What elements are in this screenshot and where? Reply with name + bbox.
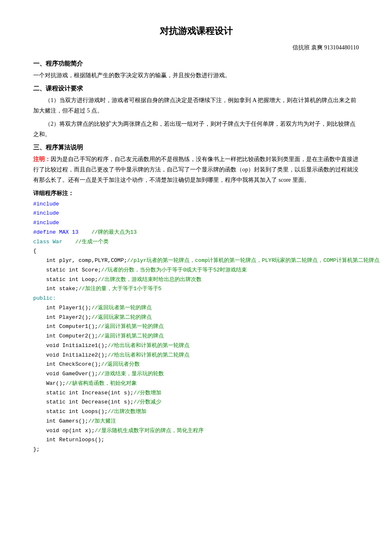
code-block: #include #include #include #define MAX 1… [33,200,359,455]
code-line-17: void Initialize2();//给出玩者和计算机的第二轮牌点 [33,351,359,360]
section-1: 一、程序功能简介 一个对抗游戏，根据随机产生的数字决定双方的输赢，并且按分数进行… [33,60,359,81]
code-line-10: int stake;//加注的量，大于等于1小于等于5 [33,284,359,294]
author-line: 信抗班 袁爽 913104480110 [33,44,359,51]
code-line-20: War();//缺省构造函数，初始化对象 [33,379,359,389]
code-line-7: int plyr, comp,PLYR,COMP;//plyr玩者的第一轮牌点，… [33,256,359,266]
code-line-2: #include [33,209,359,218]
code-line-23: static int Loops();//出牌次数增加 [33,407,359,417]
section-2-para-1: （1）当双方进行游戏时，游戏者可根据自身的牌点决定是否继续下注，例如拿到 A 把… [33,95,359,116]
code-line-14: int Computer1();//返回计算机第一轮的牌点 [33,322,359,332]
section-3: 三、程序算法说明 注明：因为是自己手写的程序，自己友元函数用的不是很熟练，没有像… [33,144,359,186]
section-1-heading: 一、程序功能简介 [33,60,359,68]
code-line-13: int Player2();//返回玩家第二轮的牌点 [33,313,359,323]
code-line-5: class War //生成一个类 [33,237,359,247]
section-3-note: 注明：因为是自己手写的程序，自己友元函数用的不是很熟练，没有像书上一样把比较函数… [33,154,359,186]
code-line-3: #include [33,218,359,228]
code-line-4: #define MAX 13 //牌的最大点为13 [33,228,359,237]
section-2-heading: 二、课程设计要求 [33,85,359,93]
code-line-15: int Computer2();//返回计算机第二轮的牌点 [33,332,359,341]
code-line-25: void op(int x);//显示随机生成数字对应的牌点，简化主程序 [33,426,359,436]
code-line-22: static int Decrease(int s);//分数减少 [33,398,359,407]
section-1-paragraph: 一个对抗游戏，根据随机产生的数字决定双方的输赢，并且按分数进行游戏。 [33,70,359,81]
code-line-24: int Gamers();//加大赌注 [33,417,359,426]
code-line-27: }; [33,445,359,455]
code-line-9: static int Loop;//出牌次数，游戏结束时给出总的出牌次数 [33,275,359,285]
code-line-16: void Initialize1();//给出玩者和计算机的第一轮牌点 [33,341,359,351]
note-text: 因为是自己手写的程序，自己友元函数用的不是很熟练，没有像书上一样把比较函数封装到… [33,156,358,183]
page-title: 对抗游戏课程设计 [33,25,359,37]
section-2-para-2: （2）将双方牌点的比较扩大为两张牌点之和，若出现一组对子，则对子牌点大于任何单牌… [33,119,359,139]
section-2: 二、课程设计要求 （1）当双方进行游戏时，游戏者可根据自身的牌点决定是否继续下注… [33,85,359,139]
section-4-heading: 详细程序标注： [33,190,359,197]
code-line-26: int Returnloops(); [33,435,359,445]
section-4: 详细程序标注： #include #include #include #defi… [33,190,359,455]
note-label: 注明： [33,156,51,162]
code-line-1: #include [33,200,359,209]
code-line-18: int CheckScore();//返回玩者分数 [33,360,359,369]
code-line-8: static int Score;//玩者的分数，当分数为小于等于0或大于等于5… [33,266,359,275]
code-line-21: static int Increase(int s);//分数增加 [33,389,359,398]
code-line-11: public: [33,294,359,303]
code-line-19: void GameOver();//游戏结束，显示玩的轮数 [33,369,359,379]
section-3-heading: 三、程序算法说明 [33,144,359,152]
code-line-6: { [33,247,359,256]
code-line-12: int Player1();//返回玩者第一轮的牌点 [33,303,359,313]
